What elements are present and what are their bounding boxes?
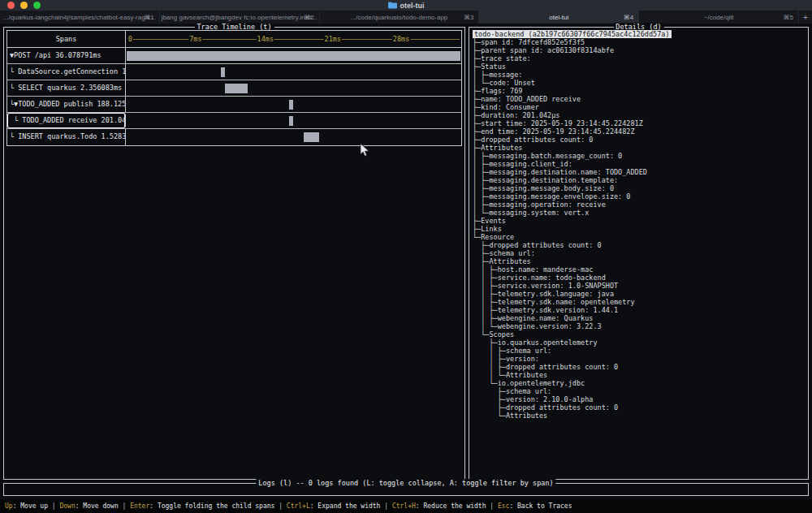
span-duration-bar <box>304 132 319 142</box>
logs-panel[interactable]: Logs (l) -- 0 logs found (L: toggle coll… <box>3 483 809 496</box>
span-row: ▼POST /api 36.078791ms <box>7 48 461 64</box>
terminal-tab-4[interactable]: otel-tui⌘4 <box>479 11 639 24</box>
statusbar-description: : Move down <box>76 502 119 510</box>
span-rows: ▼POST /api 36.078791ms└ DataSource.getCo… <box>7 48 461 145</box>
details-tree-line: │ ├─message: <box>473 71 806 79</box>
tab-label: .../code/quarkusio/todo-demo-app <box>351 14 448 21</box>
window-titlebar: otel-tui <box>0 0 812 11</box>
statusbar-description: : Back to Traces <box>509 502 572 510</box>
span-row: └ DataSource.getConnection 163 <box>7 64 461 80</box>
terminal-tab-1[interactable]: .../quarkus-langchain4j/samples/chatbot-… <box>0 11 160 24</box>
span-row-label[interactable]: └ DataSource.getConnection 163 <box>7 64 126 80</box>
ruler-tick: 0 <box>127 35 133 44</box>
details-panel: Details (d) todo-backend (a2b197c66307f6… <box>469 27 809 480</box>
statusbar-key: Enter <box>130 502 149 510</box>
span-duration-bar <box>221 67 225 77</box>
details-tree-line: │ ├─host.name: manderse-mac <box>473 265 806 274</box>
ruler-tick: 7ms <box>188 35 202 44</box>
details-tree-line: │ └─messaging.system: vert.x <box>473 209 806 217</box>
statusbar-description: : Toggle folding the child spans <box>149 502 274 510</box>
tab-label: otel-tui <box>549 14 568 21</box>
close-window-icon[interactable] <box>7 2 15 9</box>
details-tree-line: ├─Attributes <box>473 144 806 152</box>
new-tab-button[interactable]: + <box>799 11 812 24</box>
details-tree-line: ├─dropped attributes count: 0 <box>473 136 806 144</box>
details-tree-line: ├─schema url: <box>473 249 806 257</box>
details-tree-line: ├─span id: 7dfcefd852e5f3f5 <box>473 38 806 46</box>
tab-bar: .../quarkus-langchain4j/samples/chatbot-… <box>0 11 812 24</box>
tab-label: jbang gavsearch@jbangdev fc:io.opentelem… <box>162 14 317 21</box>
span-duration-bar <box>127 51 460 61</box>
details-tree-line: │ ├─service.version: 1.0-SNAPSHOT <box>473 282 806 290</box>
details-tree-line: ├─dropped attributes count: 0 <box>473 403 806 412</box>
terminal-tab-5[interactable]: ~/code/qilt⌘5 <box>639 11 799 24</box>
tab-shortcut: ⌘5 <box>780 11 793 24</box>
details-tree-line: │ └─code: Unset <box>473 79 806 87</box>
details-resource-header[interactable]: todo-backend (a2b197c66307f66c7945ac4c12… <box>473 30 672 38</box>
timeline-ruler: 07ms14ms21ms28ms <box>126 31 461 47</box>
details-tree-line: │ ├─telemetry.sdk.language: java <box>473 290 806 298</box>
span-duration-bar <box>289 100 293 110</box>
details-tree-line: ├─name: TODO_ADDED receive <box>473 95 806 103</box>
details-tree-line: └─Scopes <box>473 330 806 338</box>
span-row-label[interactable]: └ SELECT quarkus 2.356083ms <box>7 80 126 96</box>
trace-timeline-panel: Trace Timeline (t) Spans 07ms14ms21ms28m… <box>3 27 465 480</box>
span-row: └ SELECT quarkus 2.356083ms <box>7 80 461 97</box>
details-tree-line: ├─schema url: <box>473 387 806 395</box>
spans-table: Spans 07ms14ms21ms28ms ▼POST /api 36.078… <box>6 30 462 146</box>
details-tree-line: ├─dropped attributes count: 0 <box>473 241 806 249</box>
statusbar-description: : Move up <box>13 502 48 510</box>
span-row: └ INSERT quarkus.Todo 1.528375 <box>7 129 461 145</box>
details-tree-line: ├─Links <box>473 225 806 233</box>
statusbar-key: Down <box>59 502 75 510</box>
span-row-track <box>126 129 461 145</box>
details-tree-line: ├─kind: Consumer <box>473 103 806 111</box>
span-row: └▼TODO_ADDED publish 188.125µs <box>7 97 461 113</box>
details-tree-line: ├─version: 2.10.0-alpha <box>473 395 806 403</box>
details-tree-line: │ ├─telemetry.sdk.version: 1.44.1 <box>473 306 806 314</box>
terminal-tab-2[interactable]: jbang gavsearch@jbangdev fc:io.opentelem… <box>160 11 320 24</box>
terminal-tab-3[interactable]: .../code/quarkusio/todo-demo-app⌘3 <box>320 11 480 24</box>
details-tree-line: │ ├─messaging.destination.template: <box>473 176 806 184</box>
details-tree-line: │ ├─dropped attributes count: 0 <box>473 363 806 371</box>
details-tree-line: └─io.opentelemetry.jdbc <box>473 379 806 387</box>
details-tree-line: ├─Events <box>473 217 806 225</box>
details-tree: ├─span id: 7dfcefd852e5f3f5├─parent span… <box>473 38 806 420</box>
details-tree-line: │ ├─messaging.destination.name: TODO_ADD… <box>473 168 806 176</box>
logs-panel-title: Logs (l) -- 0 logs found (L: toggle coll… <box>256 479 555 488</box>
span-row-label[interactable]: ▼POST /api 36.078791ms <box>7 48 126 63</box>
span-duration-bar <box>289 116 293 126</box>
details-tree-line: ├─Status <box>473 63 806 71</box>
details-tree-line: │ ├─messaging.client_id: <box>473 160 806 168</box>
maximize-window-icon[interactable] <box>33 2 41 9</box>
details-tree-line: ├─duration: 201.042µs <box>473 111 806 119</box>
details-tree-line: │ ├─webengine.name: Quarkus <box>473 314 806 322</box>
span-duration-bar <box>225 84 248 93</box>
tab-shortcut: ⌘1 <box>140 11 153 24</box>
span-row-track <box>126 97 461 112</box>
details-tree-line: ├─start time: 2025-05-19 23:14:45.224281… <box>473 119 806 127</box>
traffic-lights <box>7 2 41 9</box>
span-row-track <box>126 113 461 128</box>
statusbar-separator: | <box>48 502 59 510</box>
details-tree-line: │ ├─schema url: <box>473 347 806 355</box>
span-row-track <box>126 48 461 63</box>
terminal-screen: Trace Timeline (t) Spans 07ms14ms21ms28m… <box>0 24 812 513</box>
minimize-window-icon[interactable] <box>20 2 28 9</box>
tab-shortcut: ⌘4 <box>620 11 633 24</box>
statusbar-key: Esc <box>498 502 509 510</box>
details-tree-line: ├─flags: 769 <box>473 87 806 95</box>
window-title-area: otel-tui <box>0 0 812 11</box>
details-tree-line: ├─io.quarkus.opentelemetry <box>473 338 806 347</box>
statusbar-separator: | <box>274 502 286 510</box>
details-tree-line: ├─Attributes <box>473 257 806 265</box>
tab-label: ~/code/qilt <box>704 14 734 21</box>
details-tree-line: │ ├─messaging.message.body.size: 0 <box>473 184 806 192</box>
statusbar-separator: | <box>486 502 498 510</box>
span-row-label[interactable]: └▼TODO_ADDED publish 188.125µs <box>7 97 126 112</box>
details-content[interactable]: todo-backend (a2b197c66307f66c7945ac4c12… <box>473 30 806 476</box>
spans-column-header: Spans <box>7 31 126 47</box>
tab-shortcut: ⌘3 <box>460 11 473 24</box>
span-row-label[interactable]: └ INSERT quarkus.Todo 1.528375 <box>7 129 126 145</box>
span-row-label[interactable]: └ TODO_ADDED receive 201.042µ <box>7 113 126 128</box>
